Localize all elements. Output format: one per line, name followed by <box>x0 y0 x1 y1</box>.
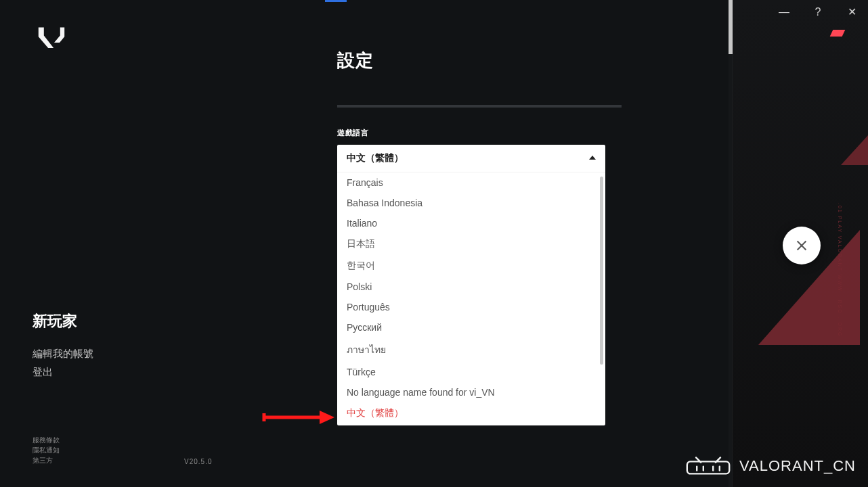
decor-triangle-small <box>841 135 868 165</box>
scrollbar-thumb[interactable] <box>729 0 733 54</box>
main-panel: 新玩家 編輯我的帳號 登出 服務條款 隱私通知 第三方 V20.5.0 設定 遊… <box>0 0 733 487</box>
scrollbar-track <box>729 0 733 487</box>
bilibili-watermark: VALORANT_CN <box>684 456 856 476</box>
language-dropdown-head[interactable]: 中文（繁體） <box>337 145 605 172</box>
new-player-heading: 新玩家 <box>32 311 93 331</box>
footer-links: 服務條款 隱私通知 第三方 <box>32 435 60 465</box>
dropdown-scrollbar[interactable] <box>600 177 603 365</box>
help-button[interactable]: ? <box>811 6 825 18</box>
minimize-button[interactable]: — <box>777 6 791 18</box>
settings-column: 設定 遊戲語言 中文（繁體） FrançaisBahasa IndonesiaI… <box>337 49 605 425</box>
language-option[interactable]: 中文（繁體） <box>337 402 605 424</box>
watermark-text: VALORANT_CN <box>739 457 856 475</box>
language-option[interactable]: No language name found for vi_VN <box>337 382 605 402</box>
decor-side-text: .01 PLAY VALORANT WWW . RSO . ORG <box>838 203 842 338</box>
game-language-label: 遊戲語言 <box>337 128 605 138</box>
language-option[interactable]: ภาษาไทย <box>337 338 605 362</box>
privacy-link[interactable]: 隱私通知 <box>32 445 60 455</box>
language-option[interactable]: Português <box>337 297 605 317</box>
valorant-logo-icon <box>38 26 65 49</box>
language-option[interactable]: Français <box>337 172 605 193</box>
language-option[interactable]: 日本語 <box>337 233 605 255</box>
left-account-panel: 新玩家 編輯我的帳號 登出 <box>32 311 93 384</box>
close-button[interactable]: ✕ <box>845 5 859 18</box>
version-label: V20.5.0 <box>184 458 212 465</box>
language-option[interactable]: Türkçe <box>337 362 605 382</box>
third-party-link[interactable]: 第三方 <box>32 455 60 465</box>
top-accent <box>325 0 347 2</box>
svg-marker-1 <box>320 411 334 424</box>
annotation-arrow-icon <box>261 409 336 429</box>
edit-account-link[interactable]: 編輯我的帳號 <box>32 348 93 361</box>
language-dropdown[interactable]: 中文（繁體） FrançaisBahasa IndonesiaItaliano日… <box>337 145 605 425</box>
close-icon <box>794 238 809 253</box>
svg-rect-3 <box>687 461 729 473</box>
language-dropdown-list: FrançaisBahasa IndonesiaItaliano日本語한국어Po… <box>337 172 605 425</box>
sign-out-link[interactable]: 登出 <box>32 366 93 379</box>
language-option[interactable]: Русский <box>337 317 605 338</box>
language-option[interactable]: 한국어 <box>337 255 605 277</box>
language-selected-value: 中文（繁體） <box>347 152 404 163</box>
window-controls: — ? ✕ <box>777 5 859 18</box>
accent-bar <box>830 30 846 37</box>
chevron-up-icon <box>589 156 596 160</box>
settings-close-button[interactable] <box>783 227 821 264</box>
bilibili-logo-icon <box>684 456 733 476</box>
language-option[interactable]: Bahasa Indonesia <box>337 193 605 213</box>
language-option[interactable]: Italiano <box>337 213 605 233</box>
settings-title: 設定 <box>337 49 605 72</box>
settings-divider <box>337 105 622 108</box>
language-option[interactable]: Polski <box>337 277 605 297</box>
tos-link[interactable]: 服務條款 <box>32 435 60 445</box>
